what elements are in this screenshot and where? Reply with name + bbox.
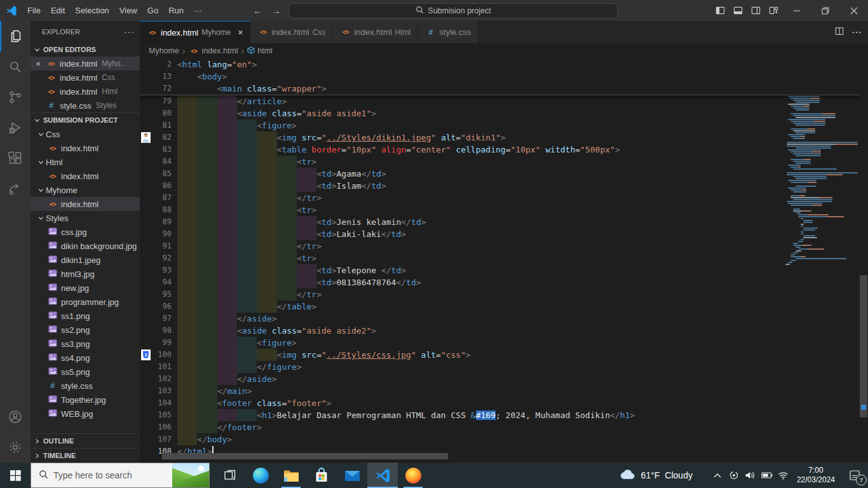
line-number[interactable]: 94 xyxy=(153,276,177,288)
vertical-scrollbar[interactable] xyxy=(859,58,868,463)
code-line[interactable]: 87 </tr> xyxy=(140,192,859,204)
code-line[interactable]: 102 </aside> xyxy=(140,373,859,385)
tree-file[interactable]: <>index.html xyxy=(31,197,140,211)
tree-file[interactable]: html3.jpg xyxy=(31,267,140,281)
chevron-up-icon[interactable] xyxy=(709,463,726,488)
menu-view[interactable]: View xyxy=(114,4,142,18)
tree-file[interactable]: <>index.html xyxy=(31,169,140,183)
code-line[interactable]: 94 <td>081386478764</td> xyxy=(140,276,859,288)
menu-edit[interactable]: Edit xyxy=(46,4,70,18)
code-line[interactable]: 101 </figure> xyxy=(140,361,859,373)
open-editor-item[interactable]: <>index.htmlCss xyxy=(31,71,140,85)
close-tab-icon[interactable]: × xyxy=(238,27,243,37)
run-debug-icon[interactable] xyxy=(0,112,31,143)
tray-app-icon[interactable] xyxy=(726,463,742,488)
search-icon[interactable] xyxy=(0,51,31,82)
line-number[interactable]: 81 xyxy=(153,119,177,132)
open-editor-item[interactable]: #style.cssStyles xyxy=(31,98,140,112)
line-number[interactable]: 96 xyxy=(153,301,177,313)
mail-taskbar-icon[interactable] xyxy=(337,463,367,488)
code-line[interactable]: 106 </footer> xyxy=(140,421,859,433)
open-editor-item[interactable]: <>index.htmlHtml xyxy=(31,85,140,98)
line-number[interactable]: 104 xyxy=(153,397,177,409)
line-number[interactable]: 79 xyxy=(153,95,177,107)
line-number[interactable]: 98 xyxy=(153,325,177,337)
store-taskbar-icon[interactable] xyxy=(306,463,337,488)
code-line[interactable]: 80 <aside class="aside aside1"> xyxy=(140,107,859,119)
tree-file[interactable]: dikin1.jpeg xyxy=(31,253,140,267)
tree-file[interactable]: WEB.jpg xyxy=(31,407,140,421)
explorer-more-icon[interactable]: ··· xyxy=(124,27,135,37)
wifi-icon[interactable] xyxy=(775,463,792,488)
line-number[interactable]: 97 xyxy=(153,313,177,325)
customize-layout-icon[interactable] xyxy=(764,0,782,21)
code-line[interactable]: 79 </article> xyxy=(140,95,859,107)
horizontal-scrollbar[interactable] xyxy=(162,453,448,459)
line-number[interactable]: 84 xyxy=(153,156,177,168)
code-line[interactable]: 88 <tr> xyxy=(140,204,859,216)
timeline-section-header[interactable]: TIMELINE xyxy=(31,448,140,463)
line-number[interactable]: 105 xyxy=(153,409,177,421)
line-number[interactable]: 87 xyxy=(153,192,177,204)
line-number[interactable]: 107 xyxy=(153,433,177,445)
code-line[interactable]: 2<html lang="en"> xyxy=(140,58,859,71)
menu-selection[interactable]: Selection xyxy=(70,4,114,18)
toggle-secondary-sidebar-icon[interactable] xyxy=(747,0,764,21)
code-line[interactable]: 92 <tr> xyxy=(140,252,859,264)
line-number[interactable]: 103 xyxy=(153,385,177,397)
extensions-icon[interactable] xyxy=(0,143,31,173)
open-editors-header[interactable]: OPEN EDITORS xyxy=(31,43,140,57)
tree-folder[interactable]: Css xyxy=(31,127,140,141)
code-line[interactable]: 93 <td>Telepone </td> xyxy=(140,264,859,276)
edge-taskbar-icon[interactable] xyxy=(245,463,276,488)
outline-section-header[interactable]: OUTLINE xyxy=(31,433,140,448)
command-center[interactable]: Submision project xyxy=(289,3,618,18)
tree-file[interactable]: ss1.png xyxy=(31,309,140,323)
code-line[interactable]: 83 <table border="10px" align="center" c… xyxy=(140,144,859,156)
tree-file[interactable]: ss3.png xyxy=(31,337,140,351)
start-button[interactable] xyxy=(0,463,31,488)
tab-index.html-Myhome[interactable]: <>index.htmlMyhome× xyxy=(140,21,250,43)
menu-[interactable]: ··· xyxy=(189,4,207,18)
code-line[interactable]: 90 <td>Laki-laki</td> xyxy=(140,228,859,240)
close-editor-icon[interactable]: × xyxy=(31,59,46,69)
code-line[interactable]: 97 </aside> xyxy=(140,313,859,325)
action-center-button[interactable]: 7 xyxy=(841,463,868,488)
breadcrumb-item[interactable]: html xyxy=(247,46,273,56)
tree-file[interactable]: Together.jpg xyxy=(31,393,140,407)
code-line[interactable]: 91 </tr> xyxy=(140,240,859,252)
line-number[interactable]: 90 xyxy=(153,228,177,240)
tab-index.html-Css[interactable]: <>index.htmlCss xyxy=(250,21,333,43)
line-number[interactable]: 101 xyxy=(153,361,177,373)
tree-file[interactable]: ss2.png xyxy=(31,323,140,337)
taskbar-clock[interactable]: 7:00 22/03/2024 xyxy=(797,466,835,485)
search-highlight-image[interactable] xyxy=(172,463,209,487)
line-number[interactable]: 99 xyxy=(153,337,177,349)
code-line[interactable]: 99 <figure> xyxy=(140,337,859,349)
line-number[interactable]: 92 xyxy=(153,252,177,264)
tree-file[interactable]: dikin background.jpg xyxy=(31,239,140,253)
code-line[interactable]: 82 <img src="../Styles/dikin1.jpeg" alt=… xyxy=(140,132,859,144)
task-view-taskbar-icon[interactable] xyxy=(215,463,245,488)
code-line[interactable]: 95 </tr> xyxy=(140,288,859,301)
tree-file[interactable]: #style.css xyxy=(31,379,140,393)
forward-arrow-icon[interactable]: → xyxy=(271,5,281,16)
minimap[interactable] xyxy=(783,58,859,463)
scrollbar-thumb[interactable] xyxy=(860,275,867,417)
line-number[interactable]: 85 xyxy=(153,168,177,180)
code-line[interactable]: 105 <h1>Belajar Dasar Pemrograman HTML d… xyxy=(140,409,859,421)
line-number[interactable]: 93 xyxy=(153,264,177,276)
line-number[interactable]: 83 xyxy=(153,144,177,156)
line-number[interactable]: 91 xyxy=(153,240,177,252)
code-line[interactable]: 103 </main> xyxy=(140,385,859,397)
tree-file[interactable]: css.jpg xyxy=(31,225,140,239)
battery-icon[interactable] xyxy=(759,463,775,488)
tree-folder[interactable]: Styles xyxy=(31,211,140,225)
line-number[interactable]: 89 xyxy=(153,216,177,228)
vscode-taskbar-icon[interactable] xyxy=(367,463,398,488)
line-number[interactable]: 106 xyxy=(153,421,177,433)
speaker-icon[interactable] xyxy=(742,463,759,488)
menu-file[interactable]: File xyxy=(22,4,46,18)
close-window-button[interactable] xyxy=(839,0,868,21)
line-number[interactable]: 72 xyxy=(153,83,177,95)
